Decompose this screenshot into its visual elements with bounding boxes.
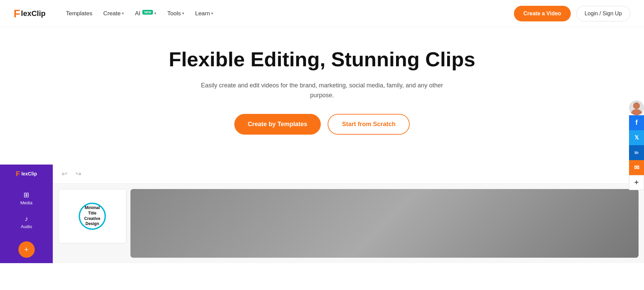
avatar-icon xyxy=(629,100,644,115)
nav-item-templates[interactable]: Templates xyxy=(62,7,96,20)
editor-logo-text: lexClip xyxy=(21,171,37,176)
editor-logo-f: F xyxy=(16,170,20,178)
nav-item-tools[interactable]: Tools ▾ xyxy=(163,7,188,20)
nav-item-ai[interactable]: AI NEW ▾ xyxy=(131,7,160,20)
ai-new-badge: NEW xyxy=(142,10,153,15)
email-icon: ✉ xyxy=(634,164,639,171)
video-canvas xyxy=(130,189,639,258)
navbar: F lexClip Templates Create ▾ AI NEW ▾ To… xyxy=(0,0,644,27)
sidebar-item-audio-label: Audio xyxy=(21,224,32,229)
plus-icon: + xyxy=(24,245,29,254)
logo[interactable]: F lexClip xyxy=(14,8,46,19)
hero-subheading: Easily create and edit videos for the br… xyxy=(200,81,445,100)
hero-section: Flexible Editing, Stunning Clips Easily … xyxy=(0,27,644,165)
linkedin-share-button[interactable]: in xyxy=(629,145,644,160)
facebook-icon: f xyxy=(635,119,638,126)
hero-heading: Flexible Editing, Stunning Clips xyxy=(14,48,630,71)
facebook-share-button[interactable]: f xyxy=(629,115,644,130)
create-by-templates-button[interactable]: Create by Templates xyxy=(234,114,321,135)
logo-text: lexClip xyxy=(21,9,46,18)
editor-sidebar: F lexClip ⊞ Media ♪ Audio + xyxy=(0,165,53,263)
add-share-button[interactable]: + xyxy=(629,175,644,190)
nav-links: Templates Create ▾ AI NEW ▾ Tools ▾ Lear… xyxy=(62,7,514,20)
logo-f: F xyxy=(14,8,20,19)
start-from-scratch-button[interactable]: Start from Scratch xyxy=(328,114,410,135)
create-video-button[interactable]: Create a Video xyxy=(514,6,571,21)
editor-logo: F lexClip xyxy=(16,170,37,178)
twitter-icon: 𝕏 xyxy=(634,134,639,141)
email-share-button[interactable]: ✉ xyxy=(629,160,644,175)
thumbnail-card[interactable]: Minimal TitleCreative Design xyxy=(58,189,126,243)
chevron-down-icon-ai: ▾ xyxy=(154,11,156,16)
sidebar-item-media-label: Media xyxy=(20,200,32,205)
editor-workspace: Minimal TitleCreative Design xyxy=(53,184,644,263)
chevron-down-icon-learn: ▾ xyxy=(211,11,213,16)
sidebar-item-audio[interactable]: ♪ Audio xyxy=(0,211,53,233)
social-sidebar: f 𝕏 in ✉ + xyxy=(629,100,644,190)
hero-buttons: Create by Templates Start from Scratch xyxy=(14,114,630,135)
media-icon: ⊞ xyxy=(23,191,29,199)
undo-button[interactable]: ↩ xyxy=(60,168,69,180)
editor-preview: F lexClip ⊞ Media ♪ Audio + ↩ ↪ xyxy=(0,165,644,263)
user-avatar[interactable] xyxy=(629,100,644,115)
nav-item-learn[interactable]: Learn ▾ xyxy=(191,7,217,20)
svg-point-0 xyxy=(630,109,643,115)
editor-toolbar: ↩ ↪ xyxy=(53,165,644,184)
linkedin-icon: in xyxy=(634,150,639,155)
redo-button[interactable]: ↪ xyxy=(74,168,83,180)
sidebar-add-button[interactable]: + xyxy=(18,241,35,258)
login-signup-button[interactable]: Login / Sign Up xyxy=(576,6,630,21)
audio-icon: ♪ xyxy=(25,215,28,223)
editor-main: ↩ ↪ Minimal TitleCreative Design xyxy=(53,165,644,263)
thumbnail-title: Minimal TitleCreative Design xyxy=(80,205,105,226)
nav-item-create[interactable]: Create ▾ xyxy=(99,7,128,20)
chevron-down-icon: ▾ xyxy=(122,11,124,16)
twitter-share-button[interactable]: 𝕏 xyxy=(629,130,644,145)
thumbnail-circle: Minimal TitleCreative Design xyxy=(79,203,106,230)
chevron-down-icon-tools: ▾ xyxy=(182,11,184,16)
sidebar-item-media[interactable]: ⊞ Media xyxy=(0,187,53,209)
nav-actions: Create a Video Login / Sign Up xyxy=(514,6,630,21)
svg-point-1 xyxy=(633,102,640,109)
plus-share-icon: + xyxy=(634,178,639,187)
